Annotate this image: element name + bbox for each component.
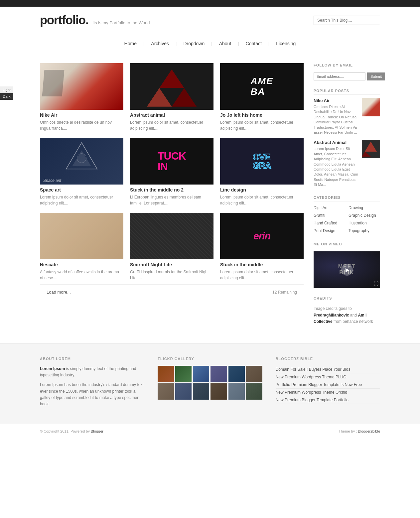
vimeo-thumbnail[interactable]: MEETBLIK ▶ ⛶: [314, 251, 380, 288]
post-thumbnail[interactable]: Space ant: [40, 138, 123, 185]
svg-marker-6: [365, 142, 377, 152]
post-thumbnail[interactable]: AMEBA: [220, 63, 304, 110]
post-title: Line design: [220, 187, 304, 193]
nav-dropdown[interactable]: Dropdown: [177, 39, 211, 48]
nav-home[interactable]: Home: [118, 39, 143, 48]
flickr-thumb[interactable]: [246, 366, 262, 382]
post-title: Nike Air: [40, 112, 123, 118]
post-excerpt: Graffiti inspired murals for the Smirnof…: [130, 269, 213, 281]
nav-archives[interactable]: Archives: [144, 39, 176, 48]
category-item[interactable]: Hand Crafted: [314, 220, 345, 226]
popular-posts-section: POPULAR POSTS Nike Air Omnicos Directe A…: [314, 89, 380, 187]
category-item[interactable]: Drawing: [349, 205, 380, 211]
popular-post-excerpt: Lorem Ipsum Dolor Sit Amet, Consectetuer…: [314, 146, 358, 187]
post-thumbnail[interactable]: OVEGRA: [220, 138, 304, 185]
flickr-thumb[interactable]: [158, 383, 174, 400]
nav-contact[interactable]: Contact: [239, 39, 268, 48]
popular-post-excerpt: Omnicos Directe Al Desirabilite De Un No…: [314, 104, 358, 135]
vimeo-title: ME ON VIMEO: [314, 242, 380, 248]
popular-post-title: Abstract Animal: [314, 140, 358, 145]
popular-post-text: Abstract Animal Lorem Ipsum Dolor Sit Am…: [314, 140, 358, 187]
footer-theme: Theme by : Bloggerzbible: [339, 429, 380, 433]
post-title: Stuck in the middle no 2: [130, 187, 213, 193]
main-nav: Home | Archives | Dropdown | About | Con…: [0, 34, 420, 53]
submit-button[interactable]: Submit: [367, 72, 385, 80]
flickr-thumb[interactable]: [210, 366, 227, 382]
footer-about-strong: Lorem Ipsum: [40, 366, 65, 371]
flickr-thumb[interactable]: [193, 366, 209, 382]
email-input[interactable]: [314, 72, 365, 80]
post-item: Nike Air Omnicos directe al desirabilite…: [40, 63, 123, 131]
flickr-thumb[interactable]: [175, 366, 192, 382]
bloggerz-list-item[interactable]: New Premium Blogger Template Portfolio: [276, 396, 380, 404]
post-item: Abstract animal Lorem ipsum dolor sit am…: [130, 63, 213, 131]
popular-posts-title: POPULAR POSTS: [314, 89, 380, 95]
footer-bloggerz-title: BLOGGERZ BIBLE: [276, 357, 380, 361]
flickr-thumb[interactable]: [246, 383, 262, 400]
category-item[interactable]: Graphic Design: [349, 212, 380, 218]
category-item[interactable]: Digtl Art: [314, 205, 345, 211]
categories-title: CATEGORIES: [314, 195, 380, 201]
bloggerz-list-item[interactable]: Domain For Sale!! Buyers Place Your Bids: [276, 366, 380, 373]
footer-flickr-title: FLICKR GALLERY: [158, 357, 262, 361]
flickr-thumb[interactable]: [175, 383, 192, 400]
dark-theme-button[interactable]: Dark: [0, 93, 13, 100]
post-title: Space art: [40, 187, 123, 193]
category-item[interactable]: Print Design: [314, 228, 345, 234]
category-item[interactable]: Topography: [349, 228, 380, 234]
nav-licensing[interactable]: Licensing: [269, 39, 302, 48]
categories-section: CATEGORIES Digtl Art Drawing Graffiti Gr…: [314, 195, 380, 234]
blogger-link[interactable]: Blogger: [91, 429, 103, 433]
remaining-count: 12 Remaining: [272, 290, 297, 295]
flickr-grid: [158, 366, 262, 400]
svg-marker-4: [72, 150, 91, 166]
post-excerpt: Lorem ipsum dolor sit amet, consectetuer…: [220, 119, 304, 131]
category-item[interactable]: Graffiti: [314, 212, 345, 218]
flickr-thumb[interactable]: [193, 383, 209, 400]
theme-link[interactable]: Bloggerzbible: [358, 429, 380, 433]
category-item[interactable]: Illustration: [349, 220, 380, 226]
credits-section: CREDITS Image credits goes to PredragMil…: [314, 296, 380, 325]
flickr-thumb[interactable]: [228, 366, 245, 382]
credits-link-1[interactable]: PredragMilankovic: [314, 313, 349, 318]
footer-top: ABOUT LOREM Lorem Ipsum is simply dummy …: [0, 343, 420, 424]
bloggerz-list: Domain For Sale!! Buyers Place Your Bids…: [276, 366, 380, 404]
posts-area: Nike Air Omnicos directe al desirabilite…: [40, 63, 304, 333]
search-area: [314, 16, 380, 25]
header: portfolio. Its is my Portfolio to the Wo…: [0, 7, 420, 34]
footer-bloggerz: BLOGGERZ BIBLE Domain For Sale!! Buyers …: [276, 357, 380, 411]
credits-text-middle: and: [349, 313, 358, 318]
light-theme-button[interactable]: Light: [0, 86, 13, 93]
post-item: Smirnoff Night Life Graffiti inspired mu…: [130, 213, 213, 281]
bloggerz-list-item[interactable]: New Premium Wordpress Theme Orchid: [276, 389, 380, 396]
flickr-thumb[interactable]: [210, 383, 227, 400]
post-thumbnail[interactable]: [40, 63, 123, 110]
post-item: Space ant Space art Lorem ipsum dolor si…: [40, 138, 123, 206]
footer-flickr: FLICKR GALLERY: [158, 357, 262, 411]
play-button[interactable]: ▶: [341, 264, 353, 276]
popular-post-thumbnail: [362, 98, 380, 116]
search-input[interactable]: [314, 16, 380, 25]
bloggerz-list-item[interactable]: Portfolio Premium Blogger Template Is No…: [276, 381, 380, 389]
popular-post-text: Nike Air Omnicos Directe Al Desirabilite…: [314, 98, 358, 135]
flickr-thumb[interactable]: [228, 383, 245, 400]
footer-about: ABOUT LOREM Lorem Ipsum is simply dummy …: [40, 357, 144, 411]
post-item: TUCKIN Stuck in the middle no 2 Li Europ…: [130, 138, 213, 206]
theme-text: Theme by :: [339, 429, 358, 433]
footer-about-text1: Lorem Ipsum is simply dummy text of the …: [40, 366, 144, 378]
post-title: Abstract animal: [130, 112, 213, 118]
post-thumbnail[interactable]: erin: [220, 213, 304, 259]
post-excerpt: Lorem ipsum dolor sit amet, consectetuer…: [220, 194, 304, 206]
post-thumbnail[interactable]: TUCKIN: [130, 138, 213, 185]
load-more-button[interactable]: Load more...: [47, 290, 71, 295]
vimeo-section: ME ON VIMEO MEETBLIK ▶ ⛶: [314, 242, 380, 288]
post-thumbnail[interactable]: [130, 213, 213, 259]
logo-tagline: Its is my Portfolio to the World: [92, 20, 150, 25]
post-thumbnail[interactable]: [130, 63, 213, 110]
post-thumbnail[interactable]: [40, 213, 123, 259]
credits-text-after: from behance network: [333, 319, 373, 324]
popular-post-item: Nike Air Omnicos Directe Al Desirabilite…: [314, 98, 380, 135]
bloggerz-list-item[interactable]: New Premium Wordpress Theme PLUG: [276, 373, 380, 381]
flickr-thumb[interactable]: [158, 366, 174, 382]
nav-about[interactable]: About: [212, 39, 238, 48]
